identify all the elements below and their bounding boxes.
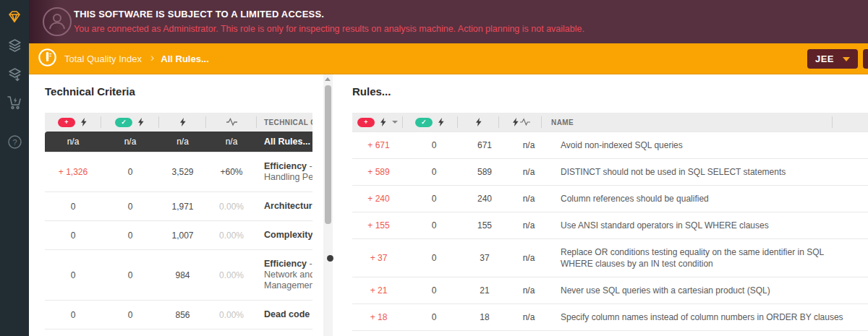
cell-trend: 0.00% <box>206 230 257 241</box>
table-row[interactable]: 0 0 1,007 0.00% Complexity - SQL Queries <box>45 220 312 249</box>
bolt-icon <box>512 118 519 126</box>
layers-download-icon[interactable] <box>0 64 29 85</box>
column-violations-trend[interactable] <box>499 113 542 132</box>
column-violations-trend[interactable] <box>206 113 257 132</box>
sort-chevron-down-icon <box>392 121 398 124</box>
cell-total: 37 <box>463 246 506 270</box>
critical-plus-icon: + <box>357 118 375 127</box>
rules-header-row: + ✓ NAME <box>352 113 868 132</box>
cell-total: 155 <box>463 220 506 231</box>
rule-row[interactable]: + 589 0 589 n/a DISTINCT should not be u… <box>352 158 868 185</box>
passed-check-icon: ✓ <box>415 118 433 127</box>
table-row[interactable]: 0 0 1,971 0.00% Architecture - Reuse <box>45 191 312 220</box>
bolt-icon <box>179 118 186 126</box>
cell-critical-removed: 0 <box>101 201 159 212</box>
cell-name: All Rules... <box>257 137 312 147</box>
scrollbar-thumb[interactable] <box>325 85 331 224</box>
cell-critical-added: + 18 <box>352 311 405 323</box>
breadcrumb: Total Quality Index › All Rules... <box>38 48 209 70</box>
column-critical-violations-added[interactable]: + <box>45 113 101 132</box>
cell-name: Dead code (static) <box>264 309 312 320</box>
banner-warning-text: You are connected as Administrator. This… <box>74 24 584 34</box>
column-critical-violations-added[interactable]: + <box>352 113 403 132</box>
cell-critical-added: + 37 <box>352 246 405 270</box>
cell-critical-removed: 0 <box>405 285 463 296</box>
cell-critical-added: 0 <box>45 259 101 291</box>
rule-row[interactable]: + 155 0 155 n/a Use ANSI standard operat… <box>352 212 868 238</box>
cell-name: Complexity - SQL Queries <box>264 230 312 241</box>
next-button-partial[interactable] <box>863 49 868 69</box>
topbar: Total Quality Index › All Rules... JEE <box>29 43 868 74</box>
cell-rule-name: Column references should be qualified <box>551 193 856 204</box>
column-technical-criteria-name[interactable]: TECHNICAL CRITERIA <box>257 113 312 132</box>
splitter-handle[interactable] <box>327 255 333 262</box>
cell-critical-added: + 21 <box>352 285 405 296</box>
cell-critical-removed: 0 <box>101 230 159 241</box>
rule-row[interactable]: + 18 0 18 n/a Specify column names inste… <box>352 303 868 330</box>
cell-critical-added: 0 <box>45 230 101 241</box>
cell-critical-removed: 0 <box>405 139 463 151</box>
column-total-violations[interactable] <box>159 113 206 132</box>
help-icon[interactable]: ? <box>0 131 29 152</box>
technical-criteria-header-row: + ✓ TECHNICAL CRITERIA <box>45 113 312 132</box>
column-critical-violations-removed[interactable]: ✓ <box>403 113 458 132</box>
cell-total: n/a <box>159 137 206 147</box>
technology-selector-button[interactable]: JEE <box>807 49 858 69</box>
rule-row[interactable]: + 240 0 240 n/a Column references should… <box>352 185 868 212</box>
cell-total: 856 <box>159 309 206 320</box>
cell-critical-removed: 0 <box>101 161 159 183</box>
cell-total: 1,971 <box>159 201 206 212</box>
cell-critical-removed: 0 <box>405 166 463 178</box>
column-extra[interactable] <box>833 113 868 132</box>
svg-text:?: ? <box>12 137 17 146</box>
rule-row[interactable]: + 21 0 21 n/a Never use SQL queries with… <box>352 277 868 303</box>
bolt-icon <box>438 118 444 126</box>
chevron-down-icon <box>843 57 850 61</box>
cell-trend: n/a <box>506 193 551 204</box>
cell-trend: 0.00% <box>206 201 257 212</box>
cell-trend: n/a <box>506 220 551 231</box>
bolt-icon <box>475 118 482 126</box>
bolt-icon <box>80 118 87 126</box>
trend-wave-icon <box>520 118 530 126</box>
cell-critical-added: 0 <box>45 201 101 212</box>
table-row[interactable]: 0 0 984 0.00% Efficiency - Memory, Netwo… <box>45 249 312 300</box>
cell-name: Architecture - Reuse <box>264 201 312 212</box>
cell-total: 240 <box>463 193 506 204</box>
cell-total: 671 <box>463 139 506 151</box>
cell-rule-name: Specify column names instead of column n… <box>551 311 856 323</box>
cell-trend: n/a <box>506 246 551 270</box>
cell-critical-removed: 0 <box>101 309 159 320</box>
column-critical-violations-removed[interactable]: ✓ <box>101 113 159 132</box>
table-row[interactable]: 0 0 462 0.00% Documentation - Automated … <box>45 329 312 336</box>
technical-criteria-panel: Technical Criteria + ✓ <box>29 74 312 336</box>
cell-critical-removed: 0 <box>101 259 159 291</box>
rule-row[interactable]: + 37 0 37 n/a Replace OR conditions test… <box>352 238 868 277</box>
user-avatar-icon <box>42 7 72 40</box>
cell-trend: 0.00% <box>206 309 257 320</box>
cell-critical-added: n/a <box>45 137 101 147</box>
cell-trend: 0.00% <box>206 259 257 291</box>
column-rule-name[interactable]: NAME <box>542 113 833 132</box>
cell-trend: n/a <box>506 166 551 178</box>
rule-row[interactable]: + 6 0 6 n/a Avoid exists and not exists … <box>352 330 868 336</box>
cart-bolt-icon[interactable] <box>0 92 29 113</box>
table-row[interactable]: + 1,326 0 3,529 +60% Efficiency - SQL an… <box>45 152 312 191</box>
cell-total: 3,529 <box>159 161 206 183</box>
table-row[interactable]: 0 0 856 0.00% Dead code (static) <box>45 300 312 329</box>
scrollbar-up-arrow-icon[interactable] <box>325 77 331 81</box>
column-total-violations[interactable] <box>458 113 499 132</box>
rules-title: Rules... <box>352 85 391 98</box>
rule-row[interactable]: + 671 0 671 n/a Avoid non-indexed SQL qu… <box>352 132 868 158</box>
table-row-all-rules-selected[interactable]: n/a n/a n/a n/a All Rules... <box>45 132 312 152</box>
cell-rule-name: Never use SQL queries with a cartesian p… <box>551 285 856 296</box>
cell-total: 21 <box>463 285 506 296</box>
sidebar: ? <box>0 0 29 336</box>
layers-icon[interactable] <box>0 35 29 56</box>
cell-rule-name: Avoid non-indexed SQL queries <box>551 139 856 151</box>
breadcrumb-total-quality-index[interactable]: Total Quality Index <box>64 53 142 64</box>
cell-name: Efficiency - Memory, Network and Disk Sp… <box>264 259 312 291</box>
cell-critical-added: + 589 <box>352 166 405 178</box>
cell-rule-name: Replace OR conditions testing equality o… <box>551 246 856 270</box>
gem-icon[interactable] <box>0 6 29 27</box>
